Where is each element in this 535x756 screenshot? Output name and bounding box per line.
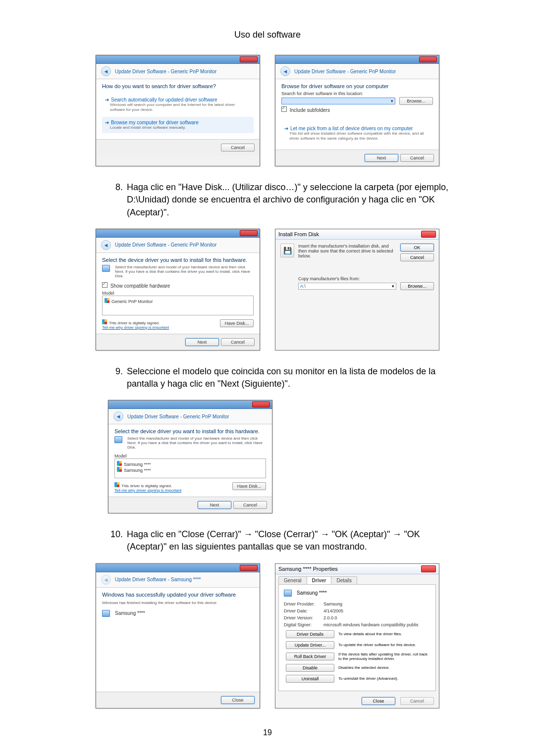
close-icon[interactable]	[421, 565, 436, 572]
next-button[interactable]: Next	[185, 338, 219, 346]
shield-icon	[117, 467, 122, 472]
cancel-button[interactable]: Cancel	[233, 501, 267, 509]
figure-row-4: ◄ Update Driver Software - Samsung **** …	[0, 563, 535, 708]
breadcrumb-text: Update Driver Software - Generic PnP Mon…	[127, 414, 229, 419]
next-button[interactable]: Next	[198, 501, 231, 509]
cancel-button: Cancel	[400, 697, 434, 705]
show-compatible-label: Show compatible hardware	[110, 283, 170, 289]
tab-panel-driver: Samsung **** Driver Provider:Samsung Dri…	[278, 584, 436, 691]
close-icon[interactable]	[240, 565, 258, 571]
label-provider: Driver Provider:	[284, 602, 323, 606]
model-list[interactable]: Samsung **** Samsung ****	[114, 458, 266, 478]
chevron-down-icon: ▾	[392, 284, 394, 289]
next-button[interactable]: Next	[365, 154, 398, 162]
figure-row-1: ◄ Update Driver Software - Generic PnP M…	[0, 55, 535, 166]
monitor-icon	[284, 590, 292, 597]
path-dropdown[interactable]: A:\ ▾	[298, 283, 396, 290]
close-icon[interactable]	[240, 230, 258, 236]
model-list[interactable]: Generic PnP Monitor	[102, 296, 254, 315]
have-disk-button[interactable]: Have Disk...	[232, 482, 266, 490]
tab-details[interactable]: Details	[331, 576, 357, 584]
desc-details: To view details about the driver files.	[338, 632, 430, 636]
breadcrumb-text: Update Driver Software - Samsung ****	[115, 577, 201, 582]
dialog-title: Select the device driver you want to ins…	[102, 257, 254, 263]
option-title: Let me pick from a list of device driver…	[290, 126, 413, 131]
signing-info-link[interactable]: Tell me why driver signing is important	[102, 325, 169, 330]
breadcrumb-row: ◄ Update Driver Software - Generic PnP M…	[275, 64, 439, 79]
signed-text: This driver is digitally signed.	[109, 321, 160, 325]
desc-uninstall: To uninstall the driver (Advanced).	[338, 676, 430, 681]
back-arrow-icon[interactable]: ◄	[101, 66, 111, 76]
rollback-driver-button[interactable]: Roll Back Driver	[286, 653, 334, 660]
dialog-browse-location: ◄ Update Driver Software - Generic PnP M…	[275, 55, 439, 166]
browse-button[interactable]: Browse...	[399, 97, 433, 105]
tab-general[interactable]: General	[278, 576, 307, 584]
list-item[interactable]: Samsung ****	[117, 467, 264, 473]
copy-from-label: Copy manufacturer's files from:	[298, 276, 434, 281]
close-icon[interactable]	[240, 56, 258, 62]
option-pick-from-list[interactable]: ➔Let me pick from a list of device drive…	[281, 123, 433, 144]
step-text: Haga clic en "Have Disk... (Utilizar dis…	[127, 181, 456, 219]
chevron-down-icon: ▾	[391, 99, 393, 103]
dialog-select-driver-generic: ◄ Update Driver Software - Generic PnP M…	[96, 229, 260, 351]
list-item[interactable]: Samsung ****	[117, 461, 264, 467]
driver-details-button[interactable]: Driver Details	[286, 630, 334, 638]
step-text: Haga clic en "Close (Cerrar)" → "Close (…	[127, 528, 456, 553]
tab-bar: General Driver Details	[275, 574, 439, 584]
titlebar	[96, 55, 260, 64]
have-disk-button[interactable]: Have Disk...	[220, 319, 254, 327]
browse-button[interactable]: Browse...	[400, 282, 434, 290]
update-driver-button[interactable]: Update Driver...	[286, 641, 334, 649]
back-arrow-icon[interactable]: ◄	[101, 240, 111, 250]
label-version: Driver Version:	[284, 615, 323, 620]
dialog-title: Samsung **** Properties	[278, 566, 338, 572]
step-number: 9.	[108, 365, 123, 390]
show-compatible-checkbox[interactable]	[102, 282, 107, 288]
close-button[interactable]: Close	[221, 696, 255, 704]
shield-icon	[105, 298, 109, 303]
option-title: Browse my computer for driver software	[111, 120, 199, 125]
breadcrumb-text: Update Driver Software - Generic PnP Mon…	[115, 242, 216, 248]
question-text: How do you want to search for driver sof…	[102, 83, 254, 89]
titlebar	[108, 401, 272, 409]
tab-driver[interactable]: Driver	[307, 576, 332, 584]
figure-row-3: ◄ Update Driver Software - Generic PnP M…	[0, 400, 535, 513]
close-icon[interactable]	[421, 231, 436, 238]
close-icon[interactable]	[419, 56, 437, 62]
close-icon[interactable]	[252, 402, 270, 407]
cancel-button[interactable]: Cancel	[221, 144, 255, 151]
option-desc: Locate and install driver software manua…	[110, 125, 251, 130]
titlebar	[275, 55, 439, 64]
cancel-button[interactable]: Cancel	[400, 253, 434, 261]
step-number: 10.	[108, 528, 123, 553]
cancel-button[interactable]: Cancel	[221, 338, 255, 346]
option-browse-local[interactable]: ➔Browse my computer for driver software …	[102, 117, 254, 133]
monitor-icon	[114, 436, 122, 443]
device-name: Samsung ****	[297, 590, 327, 596]
include-subfolders-checkbox[interactable]	[281, 106, 287, 112]
breadcrumb-row: ◄ Update Driver Software - Samsung ****	[96, 572, 260, 588]
uninstall-button[interactable]: Uninstall	[286, 675, 334, 683]
dialog-title: Install From Disk	[278, 231, 319, 237]
ok-button[interactable]: OK	[400, 244, 434, 252]
dialog-search-method: ◄ Update Driver Software - Generic PnP M…	[96, 55, 260, 166]
label-date: Driver Date:	[284, 608, 323, 613]
signing-info-link[interactable]: Tell me why driver signing is important	[114, 488, 181, 493]
list-item[interactable]: Generic PnP Monitor	[105, 298, 251, 304]
instruction-text: Insert the manufacturer's installation d…	[298, 244, 394, 261]
cancel-button[interactable]: Cancel	[400, 154, 434, 162]
option-search-auto[interactable]: ➔Search automatically for updated driver…	[102, 94, 254, 115]
step-10: 10. Haga clic en "Close (Cerrar)" → "Clo…	[0, 528, 535, 553]
shield-icon	[117, 461, 122, 466]
figure-row-2: ◄ Update Driver Software - Generic PnP M…	[0, 229, 535, 351]
disable-button[interactable]: Disable	[286, 664, 334, 672]
arrow-icon: ➔	[105, 97, 109, 102]
include-subfolders-label: Include subfolders	[290, 107, 330, 113]
option-desc: This list will show installed driver sof…	[289, 131, 430, 141]
desc-disable: Disables the selected device.	[338, 665, 430, 670]
back-arrow-icon[interactable]: ◄	[280, 66, 290, 76]
back-arrow-icon[interactable]: ◄	[113, 411, 123, 421]
close-button[interactable]: Close	[362, 697, 395, 705]
dialog-update-success: ◄ Update Driver Software - Samsung **** …	[96, 563, 260, 708]
path-dropdown[interactable]: ▾	[281, 98, 395, 104]
